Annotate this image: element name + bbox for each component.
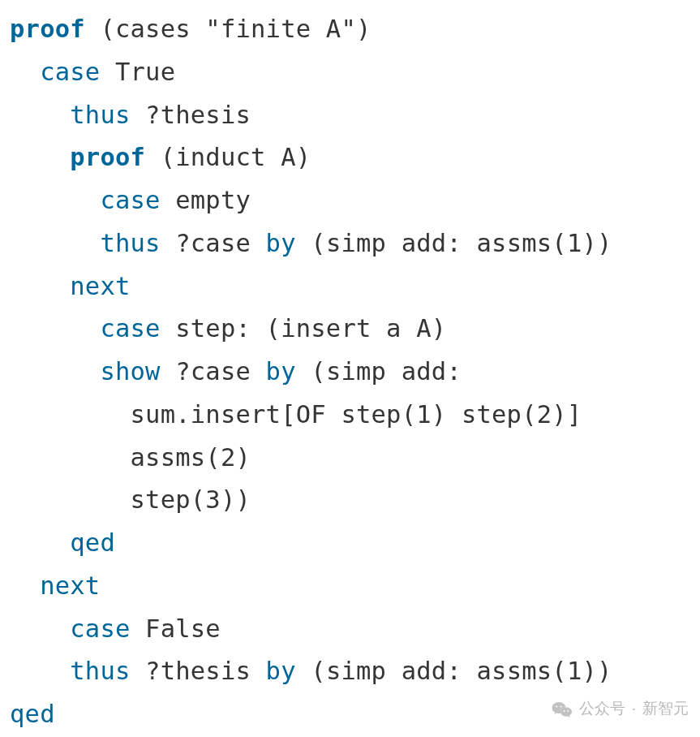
keyword: case <box>100 186 160 214</box>
code-line: show ?case by (simp add: <box>10 351 690 394</box>
code-text: ?thesis <box>131 657 266 685</box>
code-line: next <box>10 565 690 608</box>
keyword: case <box>40 58 100 86</box>
code-text: (cases "finite A") <box>85 15 371 43</box>
code-text: step(3)) <box>131 485 251 514</box>
code-line: case False <box>10 608 690 651</box>
keyword: thus <box>70 101 130 129</box>
watermark-label: 公众号 <box>579 696 625 722</box>
code-line: case empty <box>10 179 690 222</box>
watermark-name: 新智元 <box>642 696 689 722</box>
indent <box>10 400 131 429</box>
code-text: empty <box>161 186 251 214</box>
keyword: case <box>70 614 130 643</box>
code-text: (simp add: <box>296 357 462 386</box>
code-line: case True <box>10 51 690 94</box>
code-text: assms(2) <box>131 443 251 472</box>
indent <box>10 229 100 257</box>
indent <box>10 571 40 600</box>
code-line: thus ?thesis <box>10 94 690 137</box>
watermark-separator: · <box>632 696 636 722</box>
wechat-icon <box>552 700 573 718</box>
keyword: qed <box>70 528 115 557</box>
keyword: next <box>70 272 130 300</box>
code-line: proof (induct A) <box>10 136 690 179</box>
code-text: True <box>100 58 175 86</box>
code-text: sum.insert[OF step(1) step(2)] <box>131 400 582 429</box>
keyword: case <box>100 314 160 343</box>
code-line: next <box>10 265 690 308</box>
code-block: proof (cases "finite A") case True thus … <box>0 0 700 736</box>
indent <box>10 101 70 129</box>
indent <box>10 657 70 685</box>
keyword-bold: proof <box>10 15 85 43</box>
code-line: thus ?case by (simp add: assms(1)) <box>10 222 690 265</box>
keyword: by <box>266 357 296 386</box>
code-text: ?case <box>161 229 266 257</box>
code-text: step: (insert a A) <box>161 314 447 343</box>
code-line: sum.insert[OF step(1) step(2)] <box>10 394 690 437</box>
watermark: 公众号 · 新智元 <box>552 696 689 722</box>
indent <box>10 58 40 86</box>
indent <box>10 443 131 472</box>
code-text: (simp add: assms(1)) <box>296 657 612 685</box>
indent <box>10 357 100 386</box>
code-text: (simp add: assms(1)) <box>296 229 612 257</box>
code-line: case step: (insert a A) <box>10 308 690 351</box>
keyword: thus <box>100 229 160 257</box>
indent <box>10 186 100 214</box>
svg-point-5 <box>563 710 565 712</box>
svg-point-4 <box>560 705 561 707</box>
code-line: assms(2) <box>10 437 690 480</box>
indent <box>10 528 70 557</box>
indent <box>10 314 100 343</box>
code-line: proof (cases "finite A") <box>10 8 690 51</box>
code-text: False <box>131 614 221 643</box>
code-text: ?case <box>161 357 266 386</box>
keyword: qed <box>10 700 55 728</box>
keyword: thus <box>70 657 130 685</box>
svg-point-3 <box>556 705 557 707</box>
keyword: next <box>40 571 100 600</box>
keyword: by <box>266 657 296 685</box>
indent <box>10 143 70 171</box>
keyword: by <box>266 229 296 257</box>
svg-point-6 <box>567 710 569 712</box>
svg-point-2 <box>560 707 572 717</box>
keyword: show <box>100 357 160 386</box>
code-line: step(3)) <box>10 479 690 522</box>
indent <box>10 614 70 643</box>
indent <box>10 485 131 514</box>
code-line: thus ?thesis by (simp add: assms(1)) <box>10 650 690 693</box>
keyword-bold: proof <box>70 143 145 171</box>
code-text: (induct A) <box>145 143 311 171</box>
code-text: ?thesis <box>131 101 251 129</box>
indent <box>10 272 70 300</box>
code-line: qed <box>10 522 690 565</box>
